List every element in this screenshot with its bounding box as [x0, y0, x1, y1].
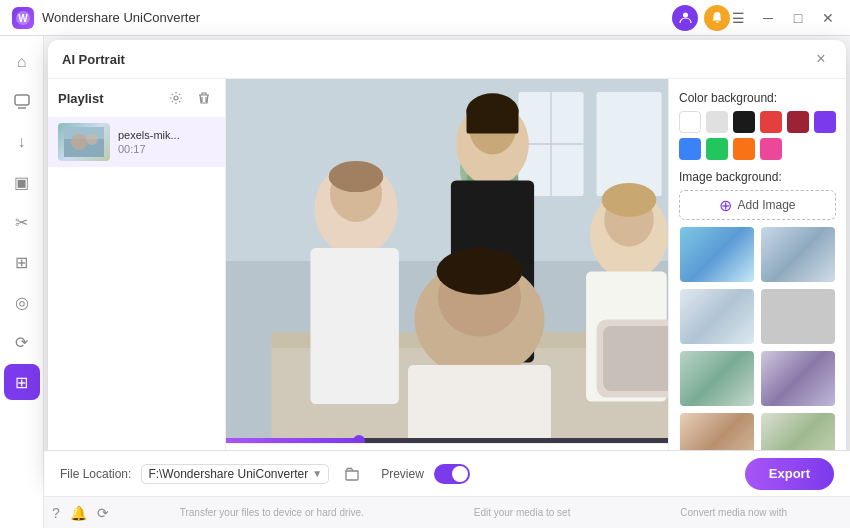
- help-icon-btn[interactable]: ?: [52, 505, 60, 521]
- modal-header: AI Portrait ×: [48, 40, 846, 79]
- color-swatch-pink[interactable]: [760, 138, 782, 160]
- sidebar-item-more[interactable]: ⊞: [4, 364, 40, 400]
- progress-bar-bg: [226, 438, 668, 443]
- svg-point-36: [437, 248, 523, 295]
- image-thumb-inner-6: [761, 351, 835, 406]
- footer-icons: ? 🔔 ⟳: [52, 505, 109, 521]
- sidebar: ⌂ ↓ ▣ ✂ ⊞ ◎ ⟳ ⊞: [0, 36, 44, 528]
- image-thumb-inner-1: [680, 227, 754, 282]
- svg-text:W: W: [18, 13, 28, 24]
- image-thumb-6[interactable]: [760, 350, 836, 407]
- image-thumb-2[interactable]: [760, 226, 836, 283]
- video-container: [226, 79, 668, 443]
- color-swatch-light-gray[interactable]: [706, 111, 728, 133]
- svg-rect-21: [311, 248, 399, 404]
- color-bg-label: Color background:: [679, 91, 836, 105]
- dropdown-arrow-icon: ▼: [312, 468, 322, 479]
- close-btn[interactable]: ✕: [814, 4, 842, 32]
- hint-row: Transfer your files to device or hard dr…: [125, 507, 842, 518]
- plus-icon: ⊕: [719, 196, 732, 215]
- color-swatch-purple[interactable]: [814, 111, 836, 133]
- color-swatch-green[interactable]: [706, 138, 728, 160]
- sidebar-item-home[interactable]: ⌂: [4, 44, 40, 80]
- playlist-settings-btn[interactable]: [165, 87, 187, 109]
- svg-rect-28: [467, 108, 519, 134]
- color-bg-section: Color background:: [679, 91, 836, 160]
- color-swatch-red[interactable]: [760, 111, 782, 133]
- image-thumb-inner-2: [761, 227, 835, 282]
- titlebar-icon-group: [672, 0, 730, 35]
- modal-close-btn[interactable]: ×: [810, 48, 832, 70]
- hint-2: Edit your media to set: [474, 507, 571, 518]
- add-image-btn[interactable]: ⊕ Add Image: [679, 190, 836, 220]
- toggle-knob: [452, 466, 468, 482]
- sidebar-item-convert[interactable]: [4, 84, 40, 120]
- sidebar-item-download[interactable]: ↓: [4, 124, 40, 160]
- image-thumb-inner-4: [761, 289, 835, 344]
- hint-3: Convert media now with: [680, 507, 787, 518]
- svg-rect-34: [408, 365, 551, 443]
- svg-point-4: [174, 96, 178, 100]
- file-path: F:\Wondershare UniConverter: [148, 467, 308, 481]
- right-panel: Color background:: [668, 79, 846, 481]
- sidebar-item-cut[interactable]: ✂: [4, 204, 40, 240]
- app-logo: W: [12, 7, 34, 29]
- image-bg-label: Image background:: [679, 170, 836, 184]
- playlist-panel: Playlist: [48, 79, 226, 481]
- playlist-item-name: pexels-mik...: [118, 129, 215, 141]
- playlist-item[interactable]: pexels-mik... 00:17: [48, 117, 225, 167]
- browse-folder-btn[interactable]: [339, 461, 365, 487]
- user-icon-btn[interactable]: [672, 5, 698, 31]
- modal-title: AI Portrait: [62, 52, 125, 67]
- video-area: 1 item(s) ⏮ ⏸ ⏭ 00:00:03 / 00:00:17: [226, 79, 668, 481]
- color-swatch-black[interactable]: [733, 111, 755, 133]
- image-thumb-3[interactable]: [679, 288, 755, 345]
- ai-portrait-modal: AI Portrait × Playlist: [48, 40, 846, 482]
- progress-thumb: [353, 435, 365, 444]
- footer-hints: ? 🔔 ⟳ Transfer your files to device or h…: [44, 496, 850, 528]
- image-thumb-4[interactable]: [760, 288, 836, 345]
- image-thumb-inner-5: [680, 351, 754, 406]
- minimize-btn[interactable]: ─: [754, 4, 782, 32]
- image-grid: [679, 226, 836, 469]
- svg-rect-12: [597, 92, 662, 196]
- file-location-label: File Location:: [60, 467, 131, 481]
- color-swatch-blue[interactable]: [679, 138, 701, 160]
- color-swatch-white[interactable]: [679, 111, 701, 133]
- maximize-btn[interactable]: □: [784, 4, 812, 32]
- bottom-bar: File Location: F:\Wondershare UniConvert…: [44, 450, 850, 496]
- playlist-info: pexels-mik... 00:17: [118, 129, 215, 155]
- sidebar-item-screen[interactable]: ▣: [4, 164, 40, 200]
- color-grid: [679, 111, 836, 160]
- playlist-item-duration: 00:17: [118, 143, 215, 155]
- sidebar-item-watermark[interactable]: ◎: [4, 284, 40, 320]
- image-bg-section: Image background: ⊕ Add Image: [679, 170, 836, 481]
- preview-label: Preview: [381, 467, 424, 481]
- color-swatch-dark-red[interactable]: [787, 111, 809, 133]
- preview-toggle[interactable]: [434, 464, 470, 484]
- titlebar: W Wondershare UniConverter ☰ ─ □ ✕: [0, 0, 850, 36]
- image-thumb-1[interactable]: [679, 226, 755, 283]
- window-controls: ☰ ─ □ ✕: [724, 0, 842, 35]
- video-scene: [226, 79, 668, 443]
- bell-icon-btn[interactable]: 🔔: [70, 505, 87, 521]
- color-swatch-orange[interactable]: [733, 138, 755, 160]
- playlist-header: Playlist: [48, 79, 225, 117]
- app-title: Wondershare UniConverter: [42, 10, 200, 25]
- refresh-icon-btn[interactable]: ⟳: [97, 505, 109, 521]
- modal-body: Playlist: [48, 79, 846, 481]
- playlist-delete-btn[interactable]: [193, 87, 215, 109]
- menu-btn[interactable]: ☰: [724, 4, 752, 32]
- progress-fill: [226, 438, 359, 443]
- sidebar-item-merge[interactable]: ⊞: [4, 244, 40, 280]
- svg-rect-38: [603, 326, 668, 391]
- svg-rect-3: [15, 95, 29, 105]
- export-btn[interactable]: Export: [745, 458, 834, 490]
- sidebar-item-restore[interactable]: ⟳: [4, 324, 40, 360]
- svg-point-8: [86, 133, 98, 145]
- main-layout: ⌂ ↓ ▣ ✂ ⊞ ◎ ⟳ ⊞ AI Portrait × Playlist: [0, 36, 850, 528]
- folder-select[interactable]: F:\Wondershare UniConverter ▼: [141, 464, 329, 484]
- playlist-thumbnail: [58, 123, 110, 161]
- image-thumb-5[interactable]: [679, 350, 755, 407]
- playlist-thumb-image: [58, 123, 110, 161]
